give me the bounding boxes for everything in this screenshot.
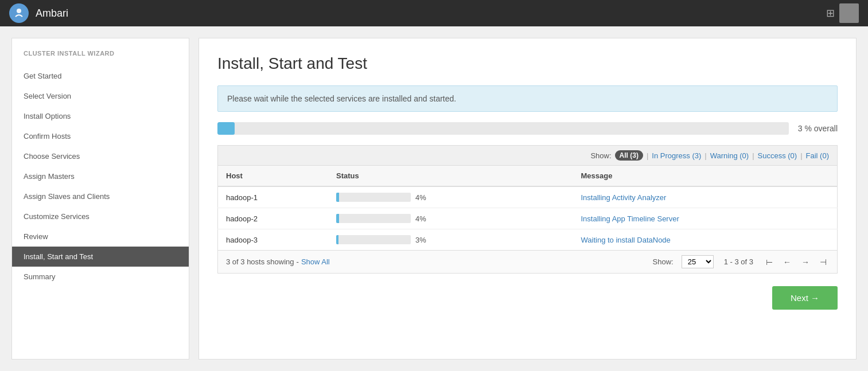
cell-message-0: Installing Activity Analyzer xyxy=(573,186,838,208)
filter-fail-link[interactable]: Fail (0) xyxy=(806,151,829,160)
table-header: Host Status Message xyxy=(218,166,838,187)
filter-in-progress-link[interactable]: In Progress (3) xyxy=(652,151,701,160)
nav-right: ⊞ xyxy=(826,3,859,23)
col-status: Status xyxy=(328,166,573,187)
footer-dash: - xyxy=(297,257,299,266)
filter-all-badge[interactable]: All (3) xyxy=(615,150,643,161)
overall-progress-label: 3 % overall xyxy=(798,124,838,133)
sidebar-item-install-start-test[interactable]: Install, Start and Test xyxy=(12,247,189,267)
grid-icon[interactable]: ⊞ xyxy=(826,7,835,19)
sidebar-item-choose-services[interactable]: Choose Services xyxy=(12,146,189,166)
cell-status-2: 3% xyxy=(328,229,573,251)
row-progress-bar-1 xyxy=(336,214,411,223)
table-row: hadoop-2 4% Installing App Timeline Serv… xyxy=(218,208,838,229)
page-title: Install, Start and Test xyxy=(217,54,838,73)
row-progress-bar-0 xyxy=(336,193,411,202)
sidebar-item-install-options[interactable]: Install Options xyxy=(12,106,189,126)
row-progress-pct-2: 3% xyxy=(415,236,426,244)
svg-point-0 xyxy=(17,9,21,13)
sidebar-item-select-version[interactable]: Select Version xyxy=(12,86,189,106)
sidebar-item-review[interactable]: Review xyxy=(12,226,189,247)
user-avatar[interactable] xyxy=(839,3,859,23)
col-host: Host xyxy=(218,166,329,187)
sidebar-item-customize-services[interactable]: Customize Services xyxy=(12,206,189,226)
message-link-2[interactable]: Waiting to install DataNode xyxy=(581,236,671,244)
col-message: Message xyxy=(573,166,838,187)
host-table: Host Status Message hadoop-1 4% Installi… xyxy=(217,165,838,251)
sidebar-item-get-started[interactable]: Get Started xyxy=(12,66,189,86)
pagination-last-button[interactable]: ⊣ xyxy=(818,256,829,268)
row-progress-bar-2 xyxy=(336,235,411,244)
show-all-link[interactable]: Show All xyxy=(301,257,330,266)
table-row: hadoop-1 4% Installing Activity Analyzer xyxy=(218,186,838,208)
message-link-1[interactable]: Installing App Timeline Server xyxy=(581,214,679,223)
nav-left: Ambari xyxy=(9,3,68,23)
content-area: Install, Start and Test Please wait whil… xyxy=(198,38,857,360)
table-body: hadoop-1 4% Installing Activity Analyzer… xyxy=(218,186,838,251)
row-progress-1: 4% xyxy=(336,214,565,223)
top-navigation: Ambari ⊞ xyxy=(0,0,868,26)
sidebar-item-assign-masters[interactable]: Assign Masters xyxy=(12,166,189,186)
pagination-prev-button[interactable]: ← xyxy=(781,256,793,268)
cell-status-0: 4% xyxy=(328,186,573,208)
cell-message-2: Waiting to install DataNode xyxy=(573,229,838,251)
row-progress-fill-0 xyxy=(336,193,339,202)
sidebar-item-assign-slaves[interactable]: Assign Slaves and Clients xyxy=(12,186,189,206)
footer-pagination: Show: 25 50 100 1 - 3 of 3 ⊢ ← → ⊣ xyxy=(653,255,829,268)
sidebar-item-confirm-hosts[interactable]: Confirm Hosts xyxy=(12,126,189,146)
footer-bar: Next → xyxy=(217,286,838,310)
filter-warning-link[interactable]: Warning (0) xyxy=(710,151,749,160)
next-button[interactable]: Next → xyxy=(772,286,838,310)
pagination-first-button[interactable]: ⊢ xyxy=(764,256,775,268)
cell-host-0: hadoop-1 xyxy=(218,186,329,208)
cell-host-2: hadoop-3 xyxy=(218,229,329,251)
host-table-section: Show: All (3) | In Progress (3) | Warnin… xyxy=(217,145,838,274)
overall-progress-bar xyxy=(217,122,789,135)
table-row: hadoop-3 3% Waiting to install DataNode xyxy=(218,229,838,251)
row-progress-fill-1 xyxy=(336,214,339,223)
main-layout: CLUSTER INSTALL WIZARD Get Started Selec… xyxy=(0,26,868,371)
overall-progress-container: 3 % overall xyxy=(217,122,838,135)
app-logo xyxy=(9,3,29,23)
app-title: Ambari xyxy=(36,7,68,19)
sidebar: CLUSTER INSTALL WIZARD Get Started Selec… xyxy=(11,38,189,360)
pagination-info: 1 - 3 of 3 xyxy=(724,257,753,266)
filter-show-label: Show: xyxy=(590,151,611,160)
cell-message-1: Installing App Timeline Server xyxy=(573,208,838,229)
row-progress-0: 4% xyxy=(336,193,565,202)
filter-bar: Show: All (3) | In Progress (3) | Warnin… xyxy=(217,145,838,165)
overall-progress-fill xyxy=(217,122,235,135)
table-footer: 3 of 3 hosts showing - Show All Show: 25… xyxy=(217,251,838,274)
row-progress-fill-2 xyxy=(336,235,338,244)
cell-host-1: hadoop-2 xyxy=(218,208,329,229)
message-link-0[interactable]: Installing Activity Analyzer xyxy=(581,193,667,202)
row-progress-pct-0: 4% xyxy=(415,193,426,202)
row-progress-pct-1: 4% xyxy=(415,214,426,223)
filter-success-link[interactable]: Success (0) xyxy=(758,151,797,160)
footer-show-label: Show: xyxy=(653,257,674,266)
row-progress-2: 3% xyxy=(336,235,565,244)
cell-status-1: 4% xyxy=(328,208,573,229)
hosts-showing-text: 3 of 3 hosts showing xyxy=(226,257,294,266)
sidebar-item-summary[interactable]: Summary xyxy=(12,267,189,287)
footer-hosts-info: 3 of 3 hosts showing - Show All xyxy=(226,257,330,266)
info-banner: Please wait while the selected services … xyxy=(217,85,838,112)
pagination-next-button[interactable]: → xyxy=(799,256,812,268)
sidebar-section-title: CLUSTER INSTALL WIZARD xyxy=(12,50,189,66)
show-count-select[interactable]: 25 50 100 xyxy=(682,255,714,268)
